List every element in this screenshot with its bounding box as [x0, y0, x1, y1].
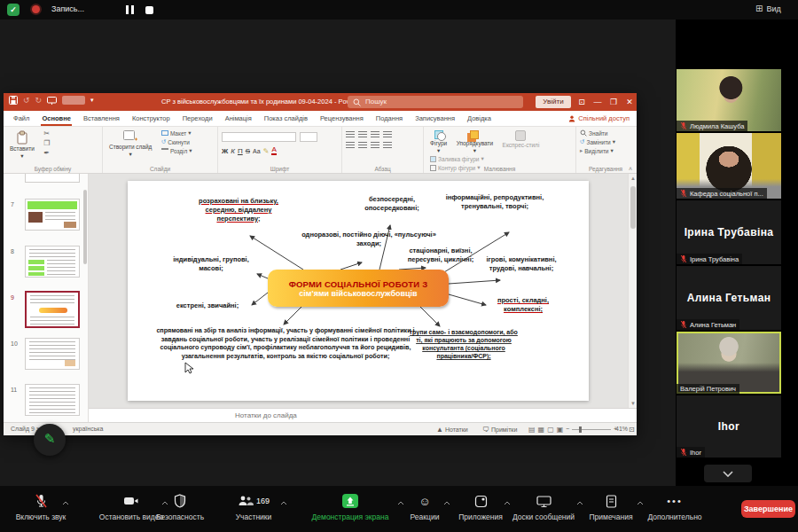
strikethrough-button[interactable]: S — [246, 147, 250, 155]
tab-animations[interactable]: Анімація — [219, 111, 258, 126]
underline-button[interactable]: П — [238, 147, 243, 155]
shapes-button[interactable]: Фігури▾ — [427, 129, 450, 155]
slide-thumbnail-partial[interactable] — [25, 174, 80, 183]
slide-thumbnail-7[interactable] — [25, 199, 80, 231]
slide-thumbnail-9-selected[interactable] — [25, 291, 80, 328]
slide-label-individual[interactable]: індивідуальні, групові, масові; — [161, 255, 261, 273]
normal-view-icon[interactable]: ▤ — [528, 426, 536, 434]
slide-label-one-time[interactable]: одноразові, постійно діючі, «пульсуючі» … — [301, 231, 436, 248]
collapse-ribbon-icon[interactable]: ˄ — [629, 166, 632, 172]
slide-sorter-icon[interactable]: ▦ — [538, 426, 545, 434]
slideshow-view-icon[interactable]: ▣ — [557, 426, 564, 434]
participant-tile-novideo[interactable]: Ірина Трубавіна Ірина Трубавіна — [677, 200, 781, 264]
align-right-icon[interactable] — [371, 142, 379, 149]
participant-tile-video[interactable]: Людмила Кашуба — [677, 69, 781, 131]
tab-home[interactable]: Основне — [35, 111, 76, 126]
slide-vertical-scrollbar[interactable]: ▲ ▼ — [628, 174, 637, 408]
redo-icon[interactable]: ↻ — [35, 96, 43, 105]
highlight-color-button[interactable]: ✎ — [263, 147, 270, 155]
notes-toggle[interactable]: ▲ Нотатки — [436, 426, 468, 434]
bold-button[interactable]: Ж — [222, 147, 228, 155]
indent-increase-icon[interactable] — [383, 131, 392, 138]
italic-button[interactable]: К — [231, 147, 235, 155]
slide-label-direct[interactable]: безпосередні, опосередковані; — [346, 195, 438, 213]
cut-icon[interactable]: ✂ — [43, 129, 50, 137]
slide-label-stationary[interactable]: стаціонарні, виїзні, пересувні, циклічні… — [392, 246, 489, 264]
tab-transitions[interactable]: Переходи — [176, 111, 219, 126]
chevron-up-icon[interactable] — [280, 501, 287, 505]
font-color-button[interactable]: А — [271, 146, 276, 155]
undo-icon[interactable]: ↺ — [23, 96, 30, 105]
view-button[interactable]: ⊞ Вид — [755, 4, 781, 13]
slide-label-informational[interactable]: інформаційні, репродуктивні, тренувальні… — [440, 193, 550, 211]
collapse-participants-button[interactable] — [704, 465, 752, 482]
stop-recording-button[interactable] — [145, 6, 153, 14]
tab-view[interactable]: Подання — [370, 111, 409, 126]
zoom-slider[interactable] — [572, 429, 611, 430]
share-screen-button[interactable]: Демонстрация экрана — [293, 492, 408, 521]
whiteboards-button[interactable]: Доски сообщений — [502, 492, 585, 521]
participant-tile-novideo[interactable]: Алина Гетьман Алина Гетьман — [677, 266, 781, 330]
pause-recording-button[interactable] — [126, 5, 134, 14]
thumbnail-scrollbar[interactable] — [83, 190, 87, 264]
align-left-icon[interactable] — [346, 142, 355, 149]
change-case-button[interactable]: Аа — [253, 148, 261, 154]
tab-insert[interactable]: Вставлення — [77, 111, 126, 126]
scroll-down-icon[interactable]: ▼ — [629, 401, 638, 406]
numbering-icon[interactable] — [358, 131, 367, 138]
justify-icon[interactable] — [383, 142, 392, 149]
zoom-out-icon[interactable]: − — [566, 426, 569, 432]
chevron-up-icon[interactable] — [62, 501, 69, 505]
tab-file[interactable]: Файл — [7, 111, 35, 126]
slideshow-icon[interactable] — [47, 97, 57, 105]
participants-button[interactable]: 169 Участники — [218, 492, 289, 521]
slide-label-self-help[interactable]: групи само- і взаємодопомоги, або ті, як… — [406, 328, 521, 360]
fit-to-window-icon[interactable]: ⊡ — [629, 426, 635, 434]
slide-label-game[interactable]: ігрові, комунікативні, трудові, навчальн… — [486, 255, 557, 273]
reset-button[interactable]: ↺Скинути — [161, 138, 192, 145]
replace-button[interactable]: ↺Замінити ▾ — [580, 138, 615, 145]
slide-center-title-box[interactable]: ФОРМИ СОЦІАЛЬНОЇ РОБОТИ З сім'ями військ… — [268, 270, 449, 307]
tab-design[interactable]: Конструктор — [126, 111, 176, 126]
layout-button[interactable]: Макет ▾ — [161, 129, 192, 137]
notes-button[interactable]: Примечания — [576, 492, 645, 521]
slide-label-emergency[interactable]: екстрені, звичайні; — [163, 301, 252, 310]
slide-label-analysis[interactable]: спрямовані на збір та аналіз інформації,… — [153, 326, 419, 361]
new-slide-button[interactable]: Створити слайд▾ — [106, 129, 154, 159]
sign-in-button[interactable]: Увійти — [536, 96, 571, 108]
scrollbar-thumb[interactable] — [630, 186, 636, 229]
notes-pane[interactable]: Нотатки до слайда — [89, 408, 637, 422]
autosave-toggle[interactable] — [62, 96, 85, 105]
reading-view-icon[interactable]: ▢ — [547, 426, 554, 434]
search-box[interactable]: Пошук — [348, 96, 523, 108]
save-icon[interactable] — [9, 96, 18, 105]
minimize-button[interactable]: — — [591, 93, 605, 111]
shape-fill-button[interactable]: Заливка фігури ▾ — [430, 155, 490, 162]
slide-thumbnail-10[interactable] — [25, 338, 80, 370]
tab-slideshow[interactable]: Показ слайдів — [258, 111, 314, 126]
slide-label-perspective[interactable]: розраховані на близьку, середню, віддале… — [184, 197, 293, 223]
tab-review[interactable]: Рецензування — [314, 111, 370, 126]
tab-recording[interactable]: Записування — [409, 111, 461, 126]
share-button[interactable]: Спільний доступ — [568, 111, 633, 126]
annotation-tool-button[interactable]: ✎ — [34, 424, 66, 456]
tab-help[interactable]: Довідка — [461, 111, 497, 126]
font-name-select[interactable] — [222, 132, 296, 142]
select-button[interactable]: ▸Виділити ▾ — [580, 147, 615, 154]
slide-thumbnail-8[interactable] — [25, 246, 80, 278]
scroll-up-icon[interactable]: ▲ — [629, 176, 638, 181]
quick-styles-button[interactable]: Експрес-стилі — [500, 129, 543, 149]
language-indicator[interactable]: українська — [73, 426, 103, 432]
format-painter-icon[interactable]: ✒ — [43, 149, 50, 157]
security-button[interactable]: Безопасность — [140, 492, 220, 521]
indent-decrease-icon[interactable] — [371, 131, 379, 138]
zoom-percentage[interactable]: 41% — [615, 426, 628, 432]
participant-tile-novideo[interactable]: Ihor Ihor — [677, 395, 781, 458]
slide-label-simple[interactable]: прості, складні, комплексні; — [489, 296, 557, 314]
paste-button[interactable]: Вставити▾ — [7, 129, 37, 160]
more-button[interactable]: ••• Дополнительно — [640, 492, 709, 521]
qat-dropdown-icon[interactable]: ▾ — [90, 97, 94, 104]
copy-icon[interactable]: ❐ — [43, 139, 50, 147]
reactions-button[interactable]: ☺ Реакции — [397, 492, 452, 521]
participant-tile-video[interactable]: Кафедра соціальної п... — [677, 133, 781, 199]
